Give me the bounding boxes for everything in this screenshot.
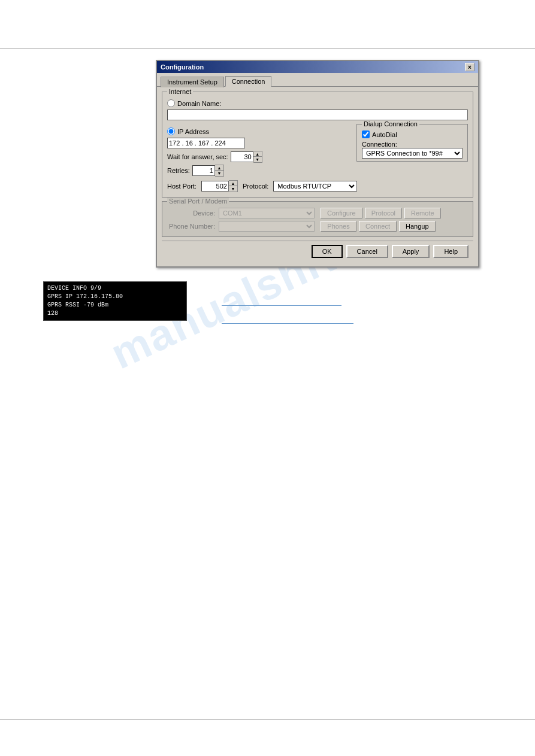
retries-input[interactable] <box>192 165 215 176</box>
dialup-section-label: Dialup Connection <box>362 120 419 127</box>
tab-connection[interactable]: Connection <box>225 76 272 87</box>
configuration-dialog: Configuration × Instrument Setup Connect… <box>156 60 479 268</box>
connection-row: Connection: GPRS Connection to *99# <box>362 141 463 159</box>
retries-label: Retries: <box>167 167 190 174</box>
ip-address-row: IP Address <box>167 127 352 135</box>
port-protocol-row: Host Port: ▲ ▼ Protocol: Modbus RTU/TCP … <box>167 180 468 192</box>
doc-underline-1 <box>222 305 341 306</box>
retries-down-button[interactable]: ▼ <box>215 171 223 176</box>
wait-row: Wait for answer, sec: ▲ ▼ <box>167 151 352 163</box>
serial-section: Serial Port / Modem Device: COM1 Configu… <box>162 201 473 237</box>
phone-dropdown <box>219 221 315 232</box>
host-port-up-button[interactable]: ▲ <box>229 181 237 186</box>
doc-underline-2 <box>222 323 353 324</box>
device-row: Device: COM1 Configure Protocol Remote <box>167 208 468 218</box>
dialog-body: Internet Domain Name: IP Address <box>157 86 478 266</box>
ip-address-radio[interactable] <box>167 127 175 135</box>
device-buttons: Configure Protocol Remote <box>321 208 441 218</box>
ok-button[interactable]: OK <box>312 245 343 258</box>
phone-row: Phone Number: Phones Connect Hangup <box>167 221 468 232</box>
apply-button[interactable]: Apply <box>392 245 430 258</box>
wait-input[interactable] <box>231 151 253 162</box>
domain-name-input[interactable] <box>167 110 468 120</box>
serial-section-label: Serial Port / Modem <box>167 198 229 205</box>
dialog-close-button[interactable]: × <box>465 63 474 71</box>
wait-down-button[interactable]: ▼ <box>253 157 262 162</box>
retries-up-button[interactable]: ▲ <box>215 165 223 171</box>
wait-spinner-buttons: ▲ ▼ <box>253 151 262 163</box>
top-rule <box>0 48 535 48</box>
terminal-line2: GPRS IP 172.16.175.80 <box>47 293 183 301</box>
terminal-line3: GPRS RSSI -79 dBm <box>47 301 183 309</box>
retries-spinner-buttons: ▲ ▼ <box>215 165 224 177</box>
hangup-button[interactable]: Hangup <box>399 221 436 232</box>
phone-label: Phone Number: <box>167 223 215 230</box>
protocol-dropdown[interactable]: Modbus RTU/TCP Modbus TCP <box>273 181 357 192</box>
host-port-input[interactable] <box>201 181 229 192</box>
domain-name-radio[interactable] <box>167 99 175 107</box>
phone-buttons: Phones Connect Hangup <box>321 221 436 232</box>
domain-name-row: Domain Name: <box>167 99 468 107</box>
help-button[interactable]: Help <box>433 245 468 258</box>
ip-address-label: IP Address <box>177 128 209 135</box>
phones-button: Phones <box>321 221 356 232</box>
autodial-label: AutoDial <box>372 131 397 138</box>
terminal-line1: DEVICE INFO 9/9 <box>47 284 183 293</box>
autodial-row: AutoDial <box>362 130 463 138</box>
bottom-rule <box>0 719 535 720</box>
protocol-label: Protocol: <box>243 183 268 190</box>
terminal-line4: 128 <box>47 309 183 318</box>
host-port-spinner: ▲ ▼ <box>201 180 238 192</box>
device-dropdown: COM1 <box>219 208 315 218</box>
dialup-section: Dialup Connection AutoDial Connection: G… <box>356 124 468 162</box>
cancel-button[interactable]: Cancel <box>346 245 388 258</box>
wait-spinner: ▲ ▼ <box>231 151 262 163</box>
dialog-titlebar: Configuration × <box>157 61 478 73</box>
ip-address-input[interactable] <box>167 138 245 148</box>
retries-row: Retries: ▲ ▼ <box>167 165 352 177</box>
tab-instrument-setup[interactable]: Instrument Setup <box>161 77 224 87</box>
dialog-window: Configuration × Instrument Setup Connect… <box>156 60 479 268</box>
domain-name-label: Domain Name: <box>177 100 221 107</box>
dialog-title: Configuration <box>161 63 204 71</box>
host-port-down-button[interactable]: ▼ <box>229 186 237 192</box>
dialog-footer: OK Cancel Apply Help <box>162 241 473 262</box>
configure-button: Configure <box>321 208 362 218</box>
internet-section: Internet Domain Name: IP Address <box>162 92 473 198</box>
ip-input-row <box>167 138 352 148</box>
terminal-box: DEVICE INFO 9/9 GPRS IP 172.16.175.80 GP… <box>43 281 187 321</box>
remote-button: Remote <box>404 208 441 218</box>
internet-section-label: Internet <box>167 88 193 95</box>
connection-label: Connection: <box>362 141 463 148</box>
dialog-tabs: Instrument Setup Connection <box>157 73 478 86</box>
protocol-button: Protocol <box>365 208 402 218</box>
dialog-title-text: Configuration <box>161 63 204 71</box>
host-port-spinner-buttons: ▲ ▼ <box>229 180 238 192</box>
device-label: Device: <box>167 210 215 217</box>
wait-label: Wait for answer, sec: <box>167 153 228 160</box>
autodial-checkbox[interactable] <box>362 130 370 138</box>
connection-dropdown[interactable]: GPRS Connection to *99# <box>362 148 463 159</box>
wait-up-button[interactable]: ▲ <box>253 151 262 157</box>
retries-spinner: ▲ ▼ <box>192 165 224 177</box>
connect-button: Connect <box>359 221 397 232</box>
host-port-label: Host Port: <box>167 183 197 190</box>
